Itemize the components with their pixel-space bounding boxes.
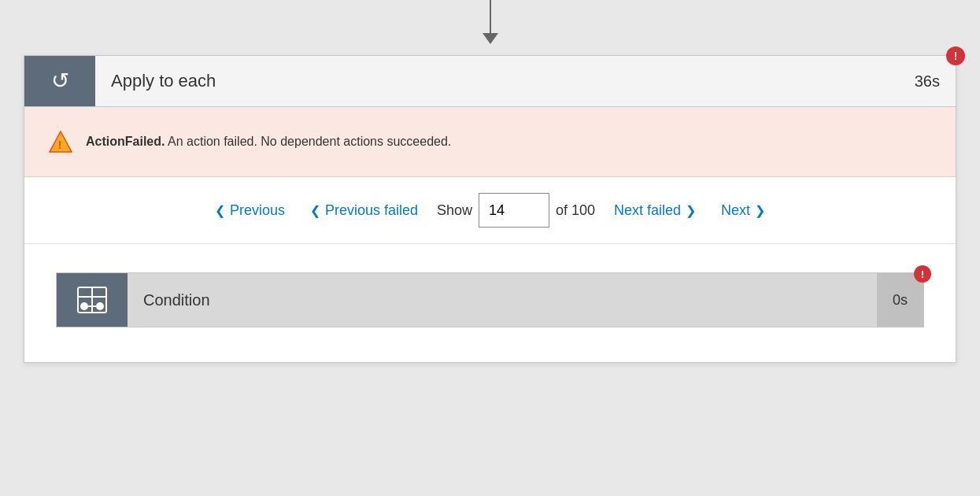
error-text: ActionFailed. An action failed. No depen… [86, 135, 451, 149]
condition-icon [76, 286, 108, 314]
condition-time: 0s [877, 273, 923, 327]
header-time: 36s [899, 56, 956, 106]
error-bold: ActionFailed. [86, 135, 165, 148]
of-label: of 100 [556, 202, 595, 219]
previous-button[interactable]: ❮ Previous [202, 196, 298, 225]
next-button[interactable]: Next ❯ [708, 196, 778, 225]
svg-text:!: ! [58, 139, 62, 151]
header-icon-box: ↺ [24, 56, 95, 106]
show-input[interactable] [479, 193, 549, 228]
warning-icon: ! [48, 129, 73, 154]
next-chevron-icon: ❯ [755, 203, 765, 218]
loop-icon: ↺ [51, 70, 69, 92]
svg-point-4 [80, 302, 88, 310]
nav-bar: ❮ Previous ❮ Previous failed Show of 100… [24, 177, 956, 244]
previous-label: Previous [230, 202, 285, 219]
error-rest: An action failed. No dependent actions s… [165, 135, 451, 148]
previous-chevron-icon: ❮ [215, 203, 225, 218]
page-wrapper: ↺ Apply to each 36s ! ! ActionFailed. An… [0, 0, 980, 496]
condition-title: Condition [128, 273, 877, 327]
next-label: Next [721, 202, 750, 219]
flow-arrow [479, 0, 502, 47]
apply-to-each-card: ↺ Apply to each 36s ! ! ActionFailed. An… [24, 55, 956, 363]
next-failed-button[interactable]: Next failed ❯ [601, 196, 708, 225]
condition-icon-box [57, 273, 128, 327]
error-banner: ! ActionFailed. An action failed. No dep… [24, 107, 956, 177]
header-title: Apply to each [95, 56, 899, 106]
next-failed-label: Next failed [614, 202, 681, 219]
previous-failed-button[interactable]: ❮ Previous failed [298, 196, 431, 225]
header-error-badge: ! [946, 46, 965, 65]
previous-failed-chevron-icon: ❮ [310, 203, 320, 218]
previous-failed-label: Previous failed [325, 202, 418, 219]
condition-card: Condition 0s ! [56, 272, 924, 328]
arrow-head [483, 33, 498, 44]
sub-card-wrapper: Condition 0s ! [24, 244, 956, 362]
arrow-line [490, 0, 491, 33]
condition-error-badge: ! [914, 265, 931, 283]
show-label: Show [437, 202, 472, 219]
svg-point-5 [96, 302, 104, 310]
next-failed-chevron-icon: ❯ [686, 203, 696, 218]
card-header: ↺ Apply to each 36s ! [24, 56, 956, 107]
